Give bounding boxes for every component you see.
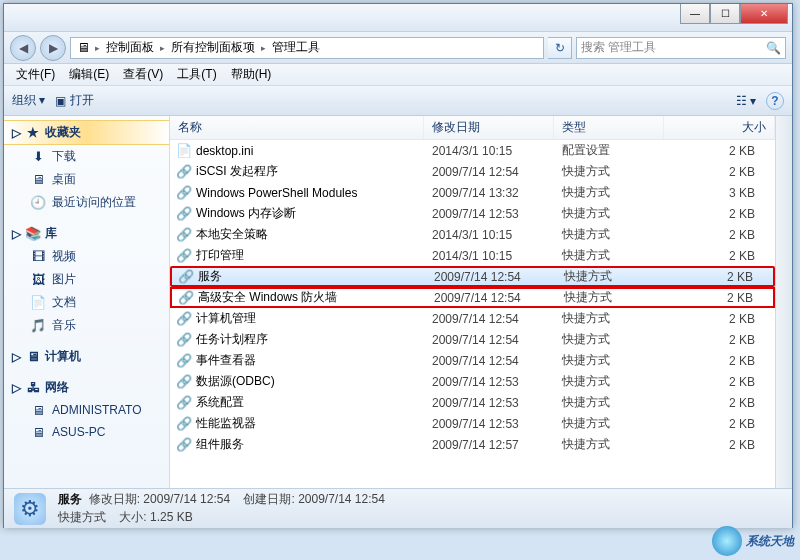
sidebar-item-documents[interactable]: 📄文档 [4, 291, 169, 314]
picture-icon: 🖼 [30, 272, 46, 288]
file-type: 快捷方式 [554, 394, 664, 411]
shortcut-icon: 🔗 [176, 395, 192, 411]
sidebar-item-administrator[interactable]: 🖥ADMINISTRATO [4, 399, 169, 421]
shortcut-icon: 🔗 [176, 206, 192, 222]
menu-tools[interactable]: 工具(T) [171, 64, 222, 85]
column-date[interactable]: 修改日期 [424, 116, 554, 139]
table-row[interactable]: 🔗任务计划程序2009/7/14 12:54快捷方式2 KB [170, 329, 775, 350]
table-row[interactable]: 🔗计算机管理2009/7/14 12:54快捷方式2 KB [170, 308, 775, 329]
library-icon: 📚 [25, 226, 41, 242]
table-row[interactable]: 📄desktop.ini2014/3/1 10:15配置设置2 KB [170, 140, 775, 161]
table-row[interactable]: 🔗系统配置2009/7/14 12:53快捷方式2 KB [170, 392, 775, 413]
file-size: 2 KB [666, 270, 773, 284]
back-button[interactable]: ◀ [10, 35, 36, 61]
menu-file[interactable]: 文件(F) [10, 64, 61, 85]
table-row[interactable]: 🔗iSCSI 发起程序2009/7/14 12:54快捷方式2 KB [170, 161, 775, 182]
open-icon: ▣ [55, 94, 66, 108]
video-icon: 🎞 [30, 249, 46, 265]
table-row[interactable]: 🔗服务2009/7/14 12:54快捷方式2 KB [170, 266, 775, 287]
file-size: 2 KB [664, 438, 775, 452]
sidebar-favorites[interactable]: ▷ ★ 收藏夹 [4, 120, 169, 145]
open-button[interactable]: ▣ 打开 [55, 92, 94, 109]
file-size: 2 KB [664, 354, 775, 368]
file-name: 性能监视器 [196, 415, 256, 432]
help-button[interactable]: ? [766, 92, 784, 110]
close-button[interactable]: ✕ [740, 4, 788, 24]
file-date: 2009/7/14 12:53 [424, 207, 554, 221]
column-size[interactable]: 大小 [664, 116, 775, 139]
sidebar-item-videos[interactable]: 🎞视频 [4, 245, 169, 268]
sidebar-item-recent[interactable]: 🕘最近访问的位置 [4, 191, 169, 214]
file-size: 2 KB [664, 228, 775, 242]
menu-help[interactable]: 帮助(H) [225, 64, 278, 85]
sidebar-item-desktop[interactable]: 🖥桌面 [4, 168, 169, 191]
sidebar-computer[interactable]: ▷ 🖥 计算机 [4, 345, 169, 368]
file-name: 组件服务 [196, 436, 244, 453]
maximize-button[interactable]: ☐ [710, 4, 740, 24]
table-row[interactable]: 🔗性能监视器2009/7/14 12:53快捷方式2 KB [170, 413, 775, 434]
crumb-control-panel[interactable]: 控制面板 [104, 39, 156, 56]
file-size: 2 KB [664, 417, 775, 431]
table-row[interactable]: 🔗高级安全 Windows 防火墙2009/7/14 12:54快捷方式2 KB [170, 287, 775, 308]
breadcrumb[interactable]: 🖥 ▸ 控制面板 ▸ 所有控制面板项 ▸ 管理工具 [70, 37, 544, 59]
explorer-window: — ☐ ✕ ◀ ▶ 🖥 ▸ 控制面板 ▸ 所有控制面板项 ▸ 管理工具 ↻ 搜索… [3, 3, 793, 528]
file-name: 计算机管理 [196, 310, 256, 327]
file-date: 2009/7/14 12:54 [426, 291, 556, 305]
chevron-right-icon: ▸ [160, 43, 165, 53]
pc-icon: 🖥 [30, 424, 46, 440]
refresh-button[interactable]: ↻ [548, 37, 572, 59]
sidebar-item-asus-pc[interactable]: 🖥ASUS-PC [4, 421, 169, 443]
globe-icon [712, 526, 742, 556]
menu-edit[interactable]: 编辑(E) [63, 64, 115, 85]
view-mode-button[interactable]: ☷ ▾ [736, 94, 756, 108]
forward-button[interactable]: ▶ [40, 35, 66, 61]
vertical-scrollbar[interactable] [775, 116, 792, 488]
file-name: Windows PowerShell Modules [196, 186, 357, 200]
shortcut-icon: 🔗 [176, 248, 192, 264]
file-type: 快捷方式 [554, 352, 664, 369]
file-size: 2 KB [664, 396, 775, 410]
table-row[interactable]: 🔗组件服务2009/7/14 12:57快捷方式2 KB [170, 434, 775, 455]
chevron-right-icon: ▷ [12, 227, 21, 241]
table-row[interactable]: 🔗事件查看器2009/7/14 12:54快捷方式2 KB [170, 350, 775, 371]
menu-view[interactable]: 查看(V) [117, 64, 169, 85]
crumb-all-items[interactable]: 所有控制面板项 [169, 39, 257, 56]
file-name: 打印管理 [196, 247, 244, 264]
file-name: 系统配置 [196, 394, 244, 411]
chevron-right-icon: ▷ [12, 350, 21, 364]
shortcut-icon: 🔗 [176, 437, 192, 453]
column-headers: 名称 修改日期 类型 大小 [170, 116, 775, 140]
table-row[interactable]: 🔗Windows 内存诊断2009/7/14 12:53快捷方式2 KB [170, 203, 775, 224]
search-input[interactable]: 搜索 管理工具 🔍 [576, 37, 786, 59]
file-name: 高级安全 Windows 防火墙 [198, 289, 337, 306]
file-type: 快捷方式 [556, 289, 666, 306]
file-size: 2 KB [664, 249, 775, 263]
sidebar-network[interactable]: ▷ 🖧 网络 [4, 376, 169, 399]
desktop-icon: 🖥 [30, 172, 46, 188]
sidebar-item-downloads[interactable]: ⬇下载 [4, 145, 169, 168]
chevron-right-icon: ▸ [95, 43, 100, 53]
chevron-right-icon: ▷ [12, 381, 21, 395]
table-row[interactable]: 🔗Windows PowerShell Modules2009/7/14 13:… [170, 182, 775, 203]
computer-icon: 🖥 [25, 349, 41, 365]
table-row[interactable]: 🔗打印管理2014/3/1 10:15快捷方式2 KB [170, 245, 775, 266]
organize-button[interactable]: 组织 ▾ [12, 92, 45, 109]
file-size: 2 KB [664, 333, 775, 347]
network-icon: 🖧 [25, 380, 41, 396]
sidebar-libraries[interactable]: ▷ 📚 库 [4, 222, 169, 245]
column-type[interactable]: 类型 [554, 116, 664, 139]
sidebar-item-pictures[interactable]: 🖼图片 [4, 268, 169, 291]
table-row[interactable]: 🔗本地安全策略2014/3/1 10:15快捷方式2 KB [170, 224, 775, 245]
file-type: 快捷方式 [554, 247, 664, 264]
file-type: 快捷方式 [554, 415, 664, 432]
shortcut-icon: 🔗 [176, 332, 192, 348]
column-name[interactable]: 名称 [170, 116, 424, 139]
chevron-right-icon: ▸ [261, 43, 266, 53]
crumb-admin-tools[interactable]: 管理工具 [270, 39, 322, 56]
minimize-button[interactable]: — [680, 4, 710, 24]
sidebar-item-music[interactable]: 🎵音乐 [4, 314, 169, 337]
file-type: 快捷方式 [554, 436, 664, 453]
file-type: 快捷方式 [556, 268, 666, 285]
table-row[interactable]: 🔗数据源(ODBC)2009/7/14 12:53快捷方式2 KB [170, 371, 775, 392]
status-bar: ⚙ 服务 修改日期: 2009/7/14 12:54 创建日期: 2009/7/… [4, 488, 792, 528]
